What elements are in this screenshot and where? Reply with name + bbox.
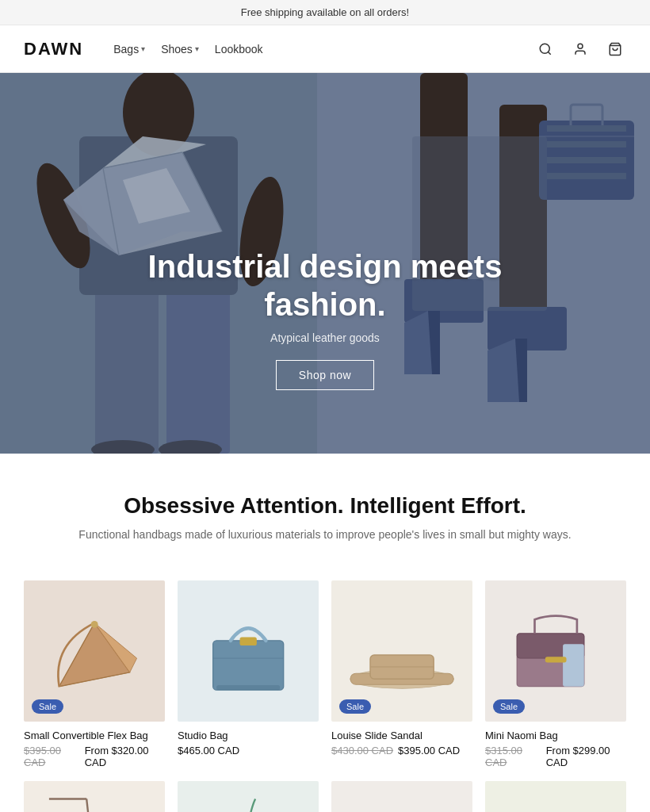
svg-rect-42	[212, 641, 283, 690]
svg-line-56	[87, 799, 91, 812]
price-original-3: $430.00 CAD	[331, 745, 393, 756]
tagline-section: Obsessive Attention. Intelligent Effort.…	[0, 454, 650, 565]
svg-point-0	[540, 44, 549, 53]
product-image-7	[338, 788, 465, 812]
main-nav: Bags ▾ Shoes ▾ Lookbook	[107, 40, 534, 59]
price-row-3: $430.00 CAD $395.00 CAD	[331, 745, 472, 756]
product-card-4[interactable]: Sale Mini Naomi Bag $315.00 CAD From $29…	[485, 580, 626, 768]
product-name-4: Mini Naomi Bag	[485, 730, 626, 741]
product-image-2	[192, 595, 304, 707]
products-grid-row1: Sale Small Convertible Flex Bag $395.00 …	[24, 580, 626, 768]
price-regular-2: $465.00 CAD	[178, 745, 239, 756]
announcement-text: Free shipping available on all orders!	[241, 6, 409, 18]
sale-badge-4: Sale	[493, 699, 525, 714]
product-name-2: Studio Bag	[178, 730, 319, 741]
sale-badge-1: Sale	[32, 699, 63, 714]
svg-rect-53	[545, 657, 567, 662]
cart-icon	[608, 42, 622, 56]
logo[interactable]: DAWN	[24, 39, 83, 59]
search-button[interactable]	[534, 38, 556, 60]
svg-line-1	[548, 52, 550, 54]
product-image-6	[188, 791, 308, 812]
svg-rect-52	[563, 644, 584, 686]
header: DAWN Bags ▾ Shoes ▾ Lookbook	[0, 25, 650, 73]
price-original-1: $395.00 CAD	[24, 745, 80, 768]
shop-now-button[interactable]: Shop now	[276, 360, 374, 390]
nav-lookbook[interactable]: Lookbook	[208, 40, 270, 59]
sale-badge-3: Sale	[339, 699, 371, 714]
product-image-3	[338, 588, 465, 714]
product-name-1: Small Convertible Flex Bag	[24, 730, 165, 741]
search-icon	[538, 42, 552, 56]
price-row-4: $315.00 CAD From $299.00 CAD	[485, 745, 626, 768]
chevron-down-icon: ▾	[141, 44, 145, 53]
hero-title: Industrial design meets fashion.	[87, 247, 563, 324]
product-card-2[interactable]: Studio Bag $465.00 CAD	[178, 580, 319, 768]
nav-bags[interactable]: Bags ▾	[107, 40, 151, 59]
tagline-title: Obsessive Attention. Intelligent Effort.	[24, 493, 626, 519]
product-card-5[interactable]: Helix $470.00 CAD	[24, 781, 165, 812]
account-button[interactable]	[569, 38, 591, 60]
svg-point-41	[91, 621, 98, 628]
price-row-2: $465.00 CAD	[178, 745, 319, 756]
svg-rect-43	[239, 637, 256, 645]
product-name-3: Louise Slide Sandal	[331, 730, 472, 741]
product-image-1	[38, 595, 151, 707]
price-row-1: $395.00 CAD From $320.00 CAD	[24, 745, 165, 768]
cart-button[interactable]	[604, 38, 626, 60]
tagline-description: Functional handbags made of luxurious ma…	[24, 528, 626, 541]
price-original-4: $315.00 CAD	[485, 745, 541, 768]
announcement-bar: Free shipping available on all orders!	[0, 0, 650, 25]
price-sale-1: From $320.00 CAD	[85, 745, 165, 768]
hero-subtitle: Atypical leather goods	[87, 331, 563, 344]
nav-shoes[interactable]: Shoes ▾	[155, 40, 205, 59]
product-card-8[interactable]: Brick $385.00 CAD	[485, 781, 626, 812]
header-icons	[534, 38, 626, 60]
price-sale-3: $395.00 CAD	[398, 745, 460, 756]
products-section: Sale Small Convertible Flex Bag $395.00 …	[0, 565, 650, 812]
price-sale-4: From $299.00 CAD	[546, 745, 626, 768]
product-image-8	[499, 795, 612, 812]
product-card-1[interactable]: Sale Small Convertible Flex Bag $395.00 …	[24, 580, 165, 768]
hero-section: Industrial design meets fashion. Atypica…	[0, 73, 650, 454]
products-grid-row2: Helix $470.00 CAD Bo Ivy	[24, 781, 626, 812]
svg-rect-45	[216, 685, 280, 690]
product-card-7[interactable]: Pleated Heel Mule $495.00 CAD	[331, 781, 472, 812]
hero-content: Industrial design meets fashion. Atypica…	[87, 247, 563, 390]
product-card-3[interactable]: Sale Louise Slide Sandal $430.00 CAD $39…	[331, 580, 472, 768]
product-card-6[interactable]: Bo Ivy $390.00 CAD	[178, 781, 319, 812]
user-icon	[573, 42, 587, 56]
chevron-down-icon: ▾	[195, 44, 199, 53]
svg-point-2	[578, 44, 583, 48]
product-image-4	[499, 595, 612, 707]
product-image-5	[34, 791, 154, 812]
